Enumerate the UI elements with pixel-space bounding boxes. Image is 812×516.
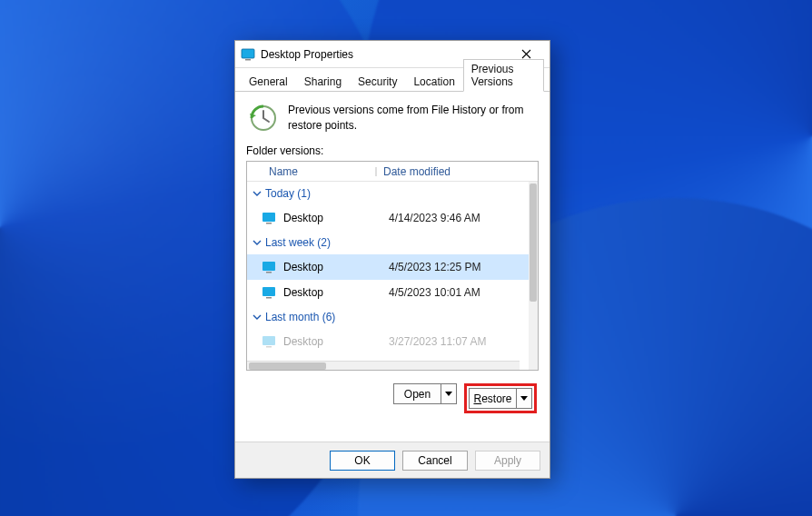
chevron-down-icon	[253, 238, 262, 247]
desktop-icon	[262, 211, 276, 225]
tabstrip: General Sharing Security Location Previo…	[235, 68, 550, 92]
restore-highlight: Restore	[464, 383, 537, 413]
list-item-date: 4/14/2023 9:46 AM	[389, 212, 480, 224]
tab-sharing[interactable]: Sharing	[296, 72, 350, 92]
list-item-name: Desktop	[283, 335, 389, 348]
svg-rect-9	[262, 287, 275, 296]
dropdown-arrow-icon[interactable]	[517, 389, 531, 408]
desktop-icon	[241, 47, 255, 62]
list-item-date: 3/27/2023 11:07 AM	[389, 335, 486, 348]
chevron-down-icon	[253, 189, 262, 198]
group-label: Today (1)	[265, 187, 311, 200]
desktop-icon	[262, 285, 276, 300]
list-item-date: 4/5/2023 10:01 AM	[389, 286, 480, 299]
column-date-modified[interactable]: Date modified	[383, 165, 538, 178]
properties-dialog: Desktop Properties General Sharing Secur…	[234, 40, 550, 479]
list-item[interactable]: Desktop 4/5/2023 12:25 PM	[247, 254, 529, 280]
listview-body: Today (1) Desktop 4/14/2023 9:46 AM Last…	[247, 182, 529, 370]
ok-button[interactable]: OK	[330, 451, 395, 471]
horizontal-scrollbar[interactable]	[247, 361, 520, 370]
section-label: Folder versions:	[246, 144, 539, 157]
list-item[interactable]: Desktop 3/27/2023 11:07 AM	[247, 329, 529, 354]
file-history-icon	[246, 103, 277, 134]
scroll-thumb[interactable]	[530, 184, 537, 302]
svg-rect-10	[266, 297, 272, 299]
column-resizer-icon[interactable]	[373, 164, 379, 179]
list-item[interactable]: Desktop 4/14/2023 9:46 AM	[247, 205, 529, 231]
svg-rect-11	[262, 336, 275, 345]
svg-rect-12	[266, 346, 272, 348]
dropdown-arrow-icon[interactable]	[441, 384, 456, 403]
svg-rect-6	[266, 223, 272, 224]
svg-rect-5	[262, 213, 275, 222]
list-item-name: Desktop	[283, 212, 389, 224]
tab-general[interactable]: General	[241, 72, 296, 92]
dialog-buttons: OK Cancel Apply	[235, 442, 550, 478]
desktop-icon	[262, 260, 276, 274]
folder-versions-label: Folder versions:	[246, 144, 323, 157]
info-text: Previous versions come from File History…	[288, 103, 539, 134]
listview-header[interactable]: Name Date modified	[247, 162, 538, 182]
open-button[interactable]: Open	[393, 383, 457, 404]
restore-button[interactable]: Restore	[469, 388, 532, 409]
list-item[interactable]: Desktop 4/5/2023 10:01 AM	[247, 280, 529, 305]
tab-security[interactable]: Security	[350, 72, 405, 92]
open-button-label: Open	[394, 384, 441, 403]
tab-previous-versions[interactable]: Previous Versions	[463, 59, 544, 92]
apply-button: Apply	[475, 451, 540, 471]
action-buttons-row: Open Restore	[246, 371, 539, 421]
group-last-week[interactable]: Last week (2)	[247, 231, 529, 254]
svg-rect-7	[262, 262, 275, 271]
group-label: Last week (2)	[265, 236, 331, 249]
group-last-month[interactable]: Last month (6)	[247, 305, 529, 329]
svg-rect-4	[376, 167, 377, 176]
chevron-down-icon	[253, 313, 262, 322]
cancel-button[interactable]: Cancel	[402, 451, 468, 471]
info-row: Previous versions come from File History…	[246, 103, 539, 134]
column-name[interactable]: Name	[269, 165, 369, 178]
tab-panel: Previous versions come from File History…	[235, 92, 550, 428]
group-today[interactable]: Today (1)	[247, 182, 529, 205]
tab-location[interactable]: Location	[405, 72, 462, 92]
list-item-name: Desktop	[283, 261, 389, 273]
list-item-date: 4/5/2023 12:25 PM	[389, 261, 480, 273]
svg-rect-8	[266, 272, 272, 273]
scroll-thumb[interactable]	[249, 362, 326, 370]
folder-versions-list[interactable]: Name Date modified Today (1) Desktop	[246, 161, 539, 371]
desktop-icon	[262, 334, 276, 349]
restore-button-label: Restore	[470, 389, 517, 408]
list-item-name: Desktop	[283, 286, 389, 299]
svg-rect-0	[242, 49, 254, 58]
vertical-scrollbar[interactable]	[529, 182, 538, 370]
group-label: Last month (6)	[265, 311, 335, 323]
svg-rect-2	[245, 59, 251, 61]
